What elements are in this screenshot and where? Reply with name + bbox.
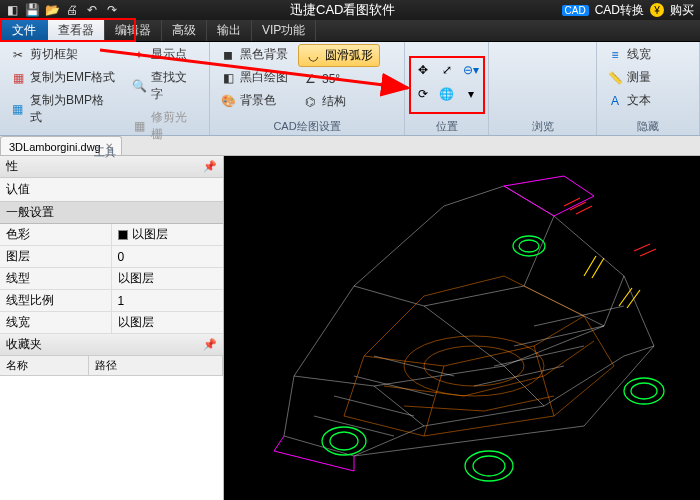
point-icon: ✦	[131, 47, 147, 63]
text-button[interactable]: A文本	[603, 90, 655, 111]
title-bar: ◧ 💾 📂 🖨 ↶ ↷ 迅捷CAD看图软件 CAD CAD转换 ¥ 购买	[0, 0, 700, 20]
find-text-button[interactable]: 🔍查找文字	[127, 67, 203, 105]
ribbon-group-hide: ≡线宽 📏测量 A文本 隐藏	[597, 42, 700, 135]
buy-link[interactable]: 购买	[670, 2, 694, 19]
pin-icon[interactable]: 📌	[203, 338, 217, 351]
rotate-icon[interactable]: ⟳	[412, 83, 434, 105]
group-label-draw: CAD绘图设置	[216, 119, 398, 135]
bg-color-button[interactable]: 🎨背景色	[216, 90, 292, 111]
viewport-3d[interactable]	[224, 156, 700, 500]
ribbon-group-draw: ◼黑色背景 ◧黑白绘图 🎨背景色 ◡圆滑弧形 ∠35° ⌬结构 CAD绘图设置	[210, 42, 405, 135]
grid-icon: ▦	[131, 118, 147, 134]
prop-row-linetype[interactable]: 线型以图层	[0, 268, 223, 290]
svg-point-3	[322, 427, 366, 455]
svg-point-6	[473, 456, 505, 476]
ribbon-group-tool: ✂剪切框架 ▦复制为EMF格式 ▦复制为BMP格式 ✦显示点 🔍查找文字 ▦修剪…	[0, 42, 210, 135]
text-icon: A	[607, 93, 623, 109]
smooth-arc-button[interactable]: ◡圆滑弧形	[298, 44, 380, 67]
svg-point-8	[631, 383, 657, 399]
emf-icon: ▦	[10, 70, 26, 86]
favorites-list	[0, 376, 223, 500]
svg-point-4	[330, 432, 358, 450]
bw-icon: ◧	[220, 70, 236, 86]
quick-access-toolbar: ◧ 💾 📂 🖨 ↶ ↷	[0, 2, 124, 18]
favorites-header: 收藏夹 📌	[0, 334, 223, 356]
fix-grid-button: ▦修剪光栅	[127, 107, 203, 145]
undo-icon[interactable]: ↶	[84, 2, 100, 18]
prop-row-layer[interactable]: 图层0	[0, 246, 223, 268]
extent-icon[interactable]: ⤢	[436, 59, 458, 81]
bw-draw-button[interactable]: ◧黑白绘图	[216, 67, 292, 88]
group-label-view: 浏览	[495, 119, 590, 135]
group-label-pos: 位置	[411, 119, 482, 135]
tab-output[interactable]: 输出	[207, 20, 252, 41]
bmp-icon: ▦	[10, 101, 26, 117]
black-bg-button[interactable]: ◼黑色背景	[216, 44, 292, 65]
pin-icon[interactable]: 📌	[203, 160, 217, 173]
redo-icon[interactable]: ↷	[104, 2, 120, 18]
prop-row-ltscale[interactable]: 线型比例1	[0, 290, 223, 312]
bg-icon: ◼	[220, 47, 236, 63]
tab-editor[interactable]: 编辑器	[105, 20, 162, 41]
ribbon-group-view: 浏览	[489, 42, 597, 135]
position-grid: ✥ ⤢ ⊖▾ ⟳ 🌐 ▾	[412, 59, 482, 105]
col-path[interactable]: 路径	[89, 356, 223, 375]
wireframe-car	[224, 156, 700, 500]
svg-point-2	[424, 346, 524, 386]
prop-row-color[interactable]: 色彩 以图层	[0, 224, 223, 246]
tab-viewer[interactable]: 查看器	[48, 20, 105, 41]
cut-frame-button[interactable]: ✂剪切框架	[6, 44, 119, 65]
linewidth-icon: ≡	[607, 47, 623, 63]
cad-badge: CAD	[562, 5, 589, 16]
copy-emf-button[interactable]: ▦复制为EMF格式	[6, 67, 119, 88]
color-swatch	[118, 230, 128, 240]
yen-icon: ¥	[650, 3, 664, 17]
section-general: 一般设置	[0, 202, 223, 224]
convert-link[interactable]: CAD转换	[595, 2, 644, 19]
app-title: 迅捷CAD看图软件	[124, 1, 562, 19]
open-icon[interactable]: 📂	[44, 2, 60, 18]
angle-icon: ∠	[302, 71, 318, 87]
svg-point-10	[519, 240, 539, 252]
pan-icon[interactable]: ✥	[412, 59, 434, 81]
search-icon: 🔍	[131, 78, 147, 94]
ruler-icon: 📏	[607, 70, 623, 86]
print-icon[interactable]: 🖨	[64, 2, 80, 18]
properties-panel: 性 📌 认值 一般设置 色彩 以图层 图层0 线型以图层 线型比例1 线宽以图层…	[0, 156, 224, 500]
prop-row-lineweight[interactable]: 线宽以图层	[0, 312, 223, 334]
arc-icon: ◡	[305, 48, 321, 64]
col-name[interactable]: 名称	[0, 356, 89, 375]
tab-strip: 文件 查看器 编辑器 高级 输出 VIP功能	[0, 20, 700, 42]
show-point-button[interactable]: ✦显示点	[127, 44, 203, 65]
angle-button[interactable]: ∠35°	[298, 69, 380, 89]
workspace: 性 📌 认值 一般设置 色彩 以图层 图层0 线型以图层 线型比例1 线宽以图层…	[0, 156, 700, 500]
globe-icon[interactable]: 🌐	[436, 83, 458, 105]
tab-advanced[interactable]: 高级	[162, 20, 207, 41]
struct-icon: ⌬	[302, 94, 318, 110]
ribbon-group-pos: ✥ ⤢ ⊖▾ ⟳ 🌐 ▾ 位置	[405, 42, 489, 135]
group-label-hide: 隐藏	[603, 119, 693, 135]
app-icon: ◧	[4, 2, 20, 18]
svg-point-7	[624, 378, 664, 404]
zoom-dropdown-icon[interactable]: ▾	[460, 83, 482, 105]
tab-vip[interactable]: VIP功能	[252, 20, 316, 41]
save-icon[interactable]: 💾	[24, 2, 40, 18]
zoom-out-icon[interactable]: ⊖▾	[460, 59, 482, 81]
palette-icon: 🎨	[220, 93, 236, 109]
svg-point-9	[513, 236, 545, 256]
measure-button[interactable]: 📏测量	[603, 67, 655, 88]
copy-bmp-button[interactable]: ▦复制为BMP格式	[6, 90, 119, 128]
ribbon: ✂剪切框架 ▦复制为EMF格式 ▦复制为BMP格式 ✦显示点 🔍查找文字 ▦修剪…	[0, 42, 700, 136]
default-value: 认值	[0, 178, 223, 202]
linewidth-button[interactable]: ≡线宽	[603, 44, 655, 65]
struct-button[interactable]: ⌬结构	[298, 91, 380, 112]
svg-point-1	[404, 336, 544, 396]
scissor-icon: ✂	[10, 47, 26, 63]
group-label-tool: 工具	[6, 145, 203, 160]
favorites-columns: 名称 路径	[0, 356, 223, 376]
file-button[interactable]: 文件	[0, 20, 48, 41]
